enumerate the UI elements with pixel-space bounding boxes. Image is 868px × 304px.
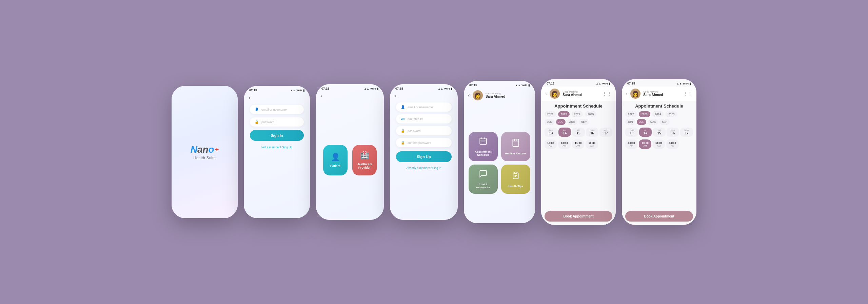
status-bar-signup: 07:15 ▲▲ WiFi ▮ xyxy=(390,84,458,92)
role-cards: 👤 Patient 🏥 Healthcare Provider xyxy=(323,145,377,175)
year-2022-s1[interactable]: 2022 xyxy=(545,111,556,117)
singin-link[interactable]: Sing In xyxy=(432,166,441,170)
back-button-s1[interactable]: ‹ xyxy=(545,91,547,97)
username-field[interactable]: 👤 email or username xyxy=(250,105,304,114)
menu-card-tips[interactable]: Health Tips xyxy=(501,165,530,194)
not-member-text: Not a member? Sing Up xyxy=(250,146,304,149)
day-13-s1[interactable]: THU 13 xyxy=(545,128,557,137)
logo-n-left: N xyxy=(191,144,197,155)
time-s2: 07:15 xyxy=(627,82,635,85)
schedule1-header: ‹ 👩 Good Morning Sara Ahmed ⋮⋮ xyxy=(541,87,616,101)
time-1030-s1[interactable]: 10:30 AM xyxy=(558,139,570,149)
phone-login: 07:15 ▲▲ WiFi ▮ ‹ 👤 email or username 🔒 … xyxy=(244,86,310,218)
wifi-icon: WiFi xyxy=(296,89,302,92)
logo-container: N an o + Health Suite xyxy=(191,144,219,160)
battery-icon-s2: ▮ xyxy=(690,82,691,85)
email-placeholder: email or username xyxy=(408,106,433,109)
day-15-s1[interactable]: SAT 15 xyxy=(572,128,585,137)
chat-label: Chat & Assistance xyxy=(472,183,494,189)
month-sep-s1[interactable]: SEP xyxy=(579,119,589,125)
time-1130-val-s1: 11:30 xyxy=(588,141,595,145)
patient-label: Patient xyxy=(330,164,340,168)
year-2024-s1[interactable]: 2024 xyxy=(572,111,583,117)
time-1100-s2[interactable]: 11:00 AM xyxy=(653,139,665,149)
logo-plus-icon: + xyxy=(215,146,219,154)
month-sep-s2[interactable]: SEP xyxy=(659,119,670,125)
password-field[interactable]: 🔒 password xyxy=(250,117,304,127)
month-jun-s2[interactable]: JUN xyxy=(625,119,635,125)
year-2024-s2[interactable]: 2024 xyxy=(652,111,664,117)
logo-subtitle: Health Suite xyxy=(194,156,216,160)
fri-num-s2: 14 xyxy=(640,131,651,135)
time-1030-s2[interactable]: 10:30 AM xyxy=(639,139,651,149)
year-row-s2: 2022 2023 2024 2025 xyxy=(625,111,693,117)
day-more-s2[interactable]: MON 17 xyxy=(680,128,693,137)
month-jul-s2[interactable]: JUL xyxy=(637,119,646,125)
time-1030-val-s2: 10:30 xyxy=(642,141,648,145)
header-text-s2: Good Morning Sara Ahmed xyxy=(643,91,680,97)
year-2022-s2[interactable]: 2022 xyxy=(625,111,637,117)
day-15-s2[interactable]: SAT 15 xyxy=(653,128,666,137)
provider-role-card[interactable]: 🏥 Healthcare Provider xyxy=(352,145,377,175)
back-button-login[interactable]: ‹ xyxy=(244,93,310,102)
singup-link[interactable]: Sing Up xyxy=(282,146,292,149)
signup-confirm-field[interactable]: 🔒 confirm password xyxy=(396,138,452,147)
phone-schedule1: 07:15 ▲▲ WiFi ▮ ‹ 👩 Good Morning Sara Ah… xyxy=(541,79,616,225)
month-aug-s2[interactable]: AUG xyxy=(648,119,658,125)
schedule2-header: ‹ 👩 Good Morning Sara Ahmed ⋮⋮ xyxy=(622,87,696,101)
day-16-s1[interactable]: SUN 16 xyxy=(586,128,599,137)
signal-icon-dashboard: ▲▲ xyxy=(515,84,520,87)
month-jun-s1[interactable]: JUN xyxy=(545,119,555,125)
time-1100-s1[interactable]: 11:00 AM xyxy=(572,139,584,149)
good-morning-s2: Good Morning xyxy=(643,91,680,93)
patient-role-card[interactable]: 👤 Patient xyxy=(323,145,348,175)
back-button-role[interactable]: ‹ xyxy=(316,92,384,100)
provider-label: Healthcare Provider xyxy=(352,163,377,169)
menu-card-appointment[interactable]: Appointment Schedule xyxy=(469,132,498,161)
day-14-s1[interactable]: FRI 14 xyxy=(558,128,571,137)
battery-icon: ▮ xyxy=(303,89,304,92)
year-2025-s1[interactable]: 2025 xyxy=(585,111,596,117)
status-bar-role: 07:15 ▲▲ WiFi ▮ xyxy=(316,84,384,92)
day-14-s2[interactable]: FRI 14 xyxy=(639,128,652,137)
back-button-dashboard[interactable]: ‹ xyxy=(468,92,470,99)
avatar-dashboard: 👩 xyxy=(473,90,483,100)
battery-icon-dashboard: ▮ xyxy=(528,84,530,87)
year-2025-s2[interactable]: 2025 xyxy=(666,111,677,117)
time-1100-val-s2: 11:00 xyxy=(655,141,662,145)
signup-email-field[interactable]: 👤 email or username xyxy=(396,102,452,112)
year-2023-s2[interactable]: 2023 xyxy=(639,111,650,117)
month-jul-s1[interactable]: JUL xyxy=(556,119,566,125)
back-button-s2[interactable]: ‹ xyxy=(626,91,628,97)
signup-button[interactable]: Sign Up xyxy=(396,151,452,162)
menu-card-chat[interactable]: Chat & Assistance xyxy=(469,165,498,194)
more-num-s1: 17 xyxy=(600,131,611,135)
wifi-icon-s1: WiFi xyxy=(602,82,608,85)
signup-emirates-field[interactable]: 🪪 emirates ID xyxy=(396,114,452,124)
signin-button[interactable]: Sign In xyxy=(250,130,304,141)
time-1130-s1[interactable]: 11:30 AM xyxy=(586,139,598,149)
dots-menu-s1[interactable]: ⋮⋮ xyxy=(602,91,612,96)
back-button-signup[interactable]: ‹ xyxy=(390,92,458,100)
year-2023-s1[interactable]: 2023 xyxy=(558,111,570,117)
user-name-s2: Sara Ahmed xyxy=(643,93,680,97)
dots-menu-s2[interactable]: ⋮⋮ xyxy=(683,91,692,96)
menu-card-records[interactable]: Medical Records xyxy=(501,132,530,161)
time-1000-s1[interactable]: 10:00 AM xyxy=(545,139,557,149)
good-morning-dashboard: Good Morning xyxy=(486,92,531,95)
signup-password-field[interactable]: 🔒 password xyxy=(396,126,452,135)
day-13-s2[interactable]: THU 13 xyxy=(625,128,638,137)
phone-schedule2: 07:15 ▲▲ WiFi ▮ ‹ 👩 Good Morning Sara Ah… xyxy=(622,79,696,225)
battery-icon-s1: ▮ xyxy=(609,82,610,85)
month-aug-s1[interactable]: AUG xyxy=(567,119,577,125)
status-icons-role: ▲▲ WiFi ▮ xyxy=(364,87,378,90)
time-1130-s2[interactable]: 11:30 AM xyxy=(666,139,678,149)
book-button-s2[interactable]: Book Appointment xyxy=(625,211,693,222)
month-row-s2: JUN JUL AUG SEP xyxy=(625,119,693,125)
time-1000-s2[interactable]: 10:00 AM xyxy=(625,139,637,149)
signal-icon-s1: ▲▲ xyxy=(596,82,601,85)
day-more-s1[interactable]: MON 17 xyxy=(599,128,612,137)
book-button-s1[interactable]: Book Appointment xyxy=(545,211,612,222)
day-16-s2[interactable]: SUN 16 xyxy=(667,128,679,137)
appointment-icon xyxy=(479,137,488,148)
